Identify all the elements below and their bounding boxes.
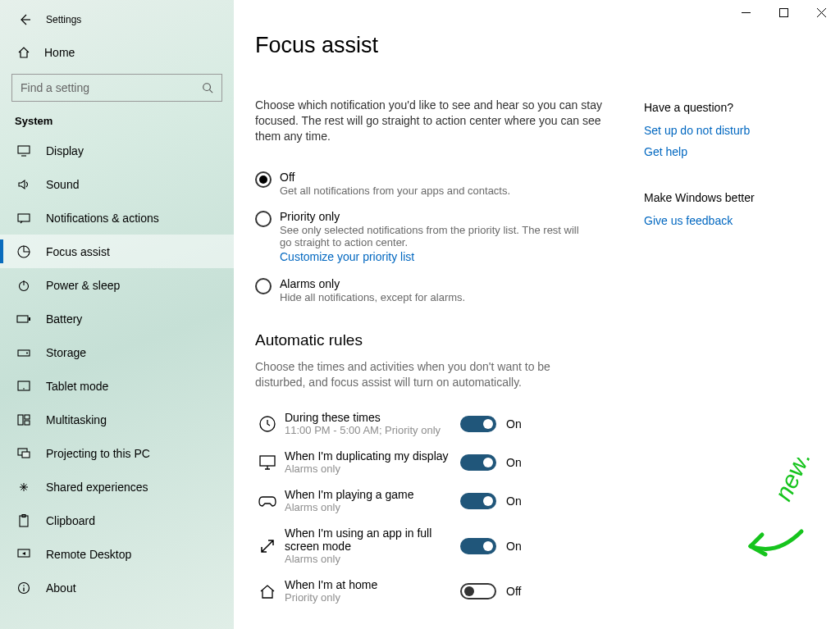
toggle-home[interactable] (460, 583, 496, 599)
gamepad-icon (255, 494, 280, 508)
nav-item-clipboard[interactable]: Clipboard (0, 504, 234, 537)
svg-rect-11 (25, 415, 30, 419)
search-placeholder: Find a setting (21, 81, 202, 94)
nav-item-storage[interactable]: Storage (0, 335, 234, 369)
projecting-icon (16, 448, 31, 459)
nav-item-display[interactable]: Display (0, 134, 234, 167)
radio-icon (255, 278, 272, 294)
nav-item-notifications[interactable]: Notifications & actions (0, 201, 234, 235)
help-heading: Have a question? (644, 101, 833, 114)
svg-rect-10 (18, 415, 23, 425)
sidebar-nav: Display Sound Notifications & actions Fo… (0, 134, 234, 629)
monitor-icon (255, 454, 280, 471)
nav-item-projecting[interactable]: Projecting to this PC (0, 436, 234, 470)
close-button[interactable] (802, 0, 840, 25)
radio-priority-only[interactable]: Priority only See only selected notifica… (255, 205, 608, 272)
storage-icon (16, 348, 31, 358)
toggle-during-times[interactable] (460, 416, 496, 432)
focus-mode-radio-group: Off Get all notifications from your apps… (255, 166, 608, 312)
svg-point-9 (23, 388, 25, 390)
radio-icon (255, 171, 272, 188)
notifications-icon (16, 212, 31, 224)
nav-item-multitasking[interactable]: Multitasking (0, 403, 234, 436)
fullscreen-icon (255, 537, 280, 555)
automatic-rules-description: Choose the times and activities when you… (255, 359, 567, 390)
nav-item-battery[interactable]: Battery (0, 302, 234, 335)
nav-item-power[interactable]: Power & sleep (0, 268, 234, 302)
radio-off[interactable]: Off Get all notifications from your apps… (255, 166, 608, 205)
window-title: Settings (46, 14, 81, 25)
nav-item-shared[interactable]: Shared experiences (0, 470, 234, 504)
rule-during-times[interactable]: During these times11:00 PM - 5:00 AM; Pr… (255, 404, 608, 443)
display-icon (16, 145, 31, 157)
home-icon (16, 46, 31, 59)
clipboard-icon (16, 514, 31, 527)
toggle-duplicating[interactable] (460, 454, 496, 471)
nav-home[interactable]: Home (0, 36, 234, 69)
page-title: Focus assist (255, 33, 840, 58)
svg-point-7 (26, 352, 28, 353)
sidebar: Settings Home Find a setting System Disp… (0, 0, 234, 629)
rule-at-home[interactable]: When I'm at homePriority only Off (255, 572, 608, 610)
help-link[interactable]: Get help (644, 145, 833, 158)
nav-item-tablet[interactable]: Tablet mode (0, 369, 234, 403)
multitasking-icon (16, 414, 31, 426)
window-controls (727, 0, 840, 25)
customize-priority-link[interactable]: Customize your priority list (280, 250, 414, 263)
search-icon (202, 82, 213, 93)
remote-icon (16, 549, 31, 560)
sound-icon (16, 179, 31, 190)
clock-icon (255, 415, 280, 433)
maximize-button[interactable] (765, 0, 802, 25)
battery-icon (16, 314, 31, 324)
toggle-fullscreen[interactable] (460, 538, 496, 554)
rule-fullscreen-app[interactable]: When I'm using an app in full screen mod… (255, 520, 608, 572)
minimize-button[interactable] (727, 0, 765, 25)
titlebar-left: Settings (0, 7, 234, 33)
nav-item-remote[interactable]: Remote Desktop (0, 537, 234, 571)
power-icon (16, 279, 31, 292)
svg-rect-20 (779, 8, 788, 16)
nav-item-focus-assist[interactable]: Focus assist (0, 235, 234, 268)
svg-rect-14 (22, 452, 30, 458)
about-icon (16, 581, 31, 595)
shared-icon (16, 481, 31, 494)
nav-home-label: Home (44, 46, 75, 59)
search-input[interactable]: Find a setting (11, 74, 222, 102)
sidebar-section: System (0, 110, 234, 134)
dnd-link[interactable]: Set up do not disturb (644, 124, 833, 137)
rule-playing-game[interactable]: When I'm playing a gameAlarms only On (255, 481, 608, 520)
nav-item-about[interactable]: About (0, 571, 234, 604)
automatic-rules-heading: Automatic rules (255, 331, 608, 349)
svg-rect-2 (18, 214, 30, 221)
svg-rect-5 (29, 317, 30, 321)
svg-rect-12 (25, 421, 30, 425)
rule-duplicating-display[interactable]: When I'm duplicating my displayAlarms on… (255, 443, 608, 481)
svg-point-0 (203, 84, 211, 91)
page-description: Choose which notification you'd like to … (255, 98, 608, 144)
svg-rect-22 (260, 456, 275, 466)
svg-rect-4 (17, 316, 28, 322)
back-button[interactable] (18, 13, 31, 26)
focus-assist-icon (16, 245, 31, 258)
svg-point-19 (23, 585, 25, 586)
feedback-link[interactable]: Give us feedback (644, 214, 833, 227)
home-rule-icon (255, 583, 280, 599)
toggle-game[interactable] (460, 493, 496, 509)
radio-alarms-only[interactable]: Alarms only Hide all notifications, exce… (255, 272, 608, 312)
radio-icon (255, 211, 272, 227)
feedback-heading: Make Windows better (644, 191, 833, 204)
tablet-icon (16, 381, 31, 392)
content-area: Focus assist Choose which notification y… (234, 0, 840, 629)
svg-rect-1 (18, 146, 30, 153)
nav-item-sound[interactable]: Sound (0, 167, 234, 201)
